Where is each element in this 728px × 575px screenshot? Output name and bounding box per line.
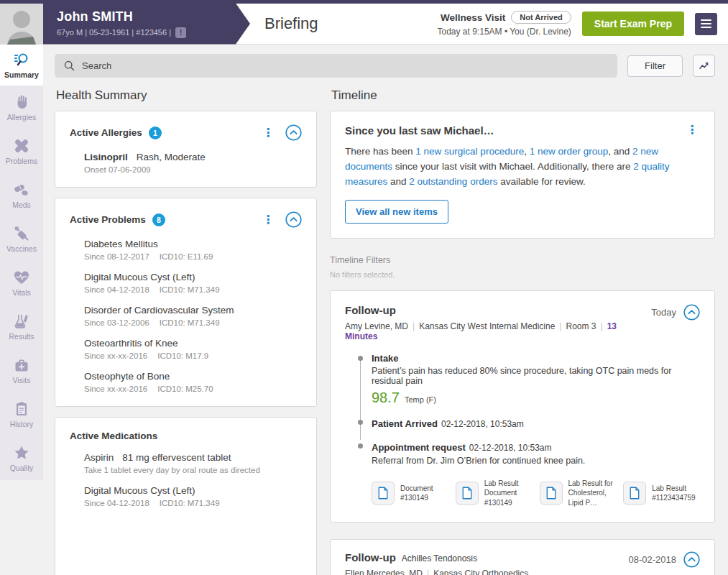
document-chip[interactable]: Lab Result#1123434759 (623, 479, 700, 508)
timeline-section: Timeline Since you last saw Michael… ⋮ T… (330, 83, 715, 575)
sidebar-item-problems[interactable]: Problems (0, 129, 43, 173)
allergies-card-title: Active Allergies (70, 127, 142, 138)
patient-meta-text: 67yo M | 05-23-1961 | #123456 | (57, 28, 171, 37)
allergies-list: LisinoprilRash, Moderate Onset 07-06-200… (70, 152, 302, 174)
allergy-item[interactable]: LisinoprilRash, Moderate Onset 07-06-200… (84, 152, 302, 174)
new-order-group-link[interactable]: 1 new order group (530, 146, 609, 157)
followup-date: Today (651, 307, 676, 318)
summary-search-icon (13, 51, 30, 68)
search-icon (63, 60, 75, 72)
lab-flask-icon (13, 313, 30, 330)
search-box[interactable] (55, 54, 617, 78)
followup-card-2: Follow-upAchilles Tendonosis Ellen Merce… (330, 539, 715, 575)
problems-count-badge: 8 (152, 213, 165, 226)
bandage-icon (13, 137, 30, 155)
kebab-menu-icon[interactable]: ⋮ (260, 214, 276, 226)
medications-card-title: Active Medications (70, 431, 157, 441)
main-content: Filter Health Summary Active Allergies 1 (43, 45, 728, 575)
event-patient-arrived[interactable]: Patient Arrived02-12-2018, 10:53am (372, 417, 700, 430)
sidebar: Summary Allergies Problems (0, 45, 43, 575)
collapse-followup-button[interactable] (683, 304, 700, 321)
event-intake[interactable]: Intake Patient’s pain has reduced 80% si… (372, 353, 700, 406)
followup-events: Intake Patient’s pain has reduced 80% si… (345, 353, 700, 466)
alert-icon[interactable]: ! (175, 27, 186, 38)
active-medications-card: Active Medications Aspirin81 mg efferves… (55, 417, 317, 575)
patient-meta: 67yo M | 05-23-1961 | #123456 | ! (57, 27, 229, 38)
medication-item[interactable]: Digital Mucous Cyst (Left) Since 04-12-2… (84, 485, 302, 507)
sidebar-item-visits[interactable]: Visits (0, 349, 43, 392)
document-icon (545, 487, 557, 500)
sidebar-item-meds[interactable]: Meds (0, 173, 43, 217)
start-exam-prep-button[interactable]: Start Exam Prep (582, 12, 684, 36)
page-title: Briefing (264, 14, 318, 33)
document-icon (461, 487, 473, 500)
followup-title: Follow-up (345, 304, 396, 316)
active-allergies-card: Active Allergies 1 ⋮ (55, 111, 317, 188)
health-summary-section: Health Summary Active Allergies 1 ⋮ (55, 83, 317, 575)
trend-line-icon (698, 60, 710, 72)
timeline-filters-label: Timeline Filters (330, 255, 715, 265)
since-last-visit-card: Since you last saw Michael… ⋮ There has … (330, 111, 715, 239)
chevron-up-circle-icon (285, 211, 302, 228)
visit-type: Wellness Visit (441, 12, 505, 23)
pills-icon (13, 181, 30, 198)
medication-item[interactable]: Aspirin81 mg effervescent tablet Take 1 … (84, 452, 302, 474)
collapse-problems-button[interactable] (285, 211, 302, 228)
problem-item[interactable]: Osteoarthritis of Knee Since xx-xx-2016I… (84, 338, 302, 360)
app-header: John SMITH 67yo M | 05-23-1961 | #123456… (0, 4, 728, 45)
temp-label: Temp (F) (405, 395, 436, 404)
timeline-title: Timeline (331, 88, 715, 103)
sidebar-item-vitals[interactable]: Vitals (0, 261, 43, 305)
filter-button[interactable]: Filter (627, 55, 683, 77)
temp-value: 98.7 (372, 390, 400, 406)
chevron-up-circle-icon (683, 304, 700, 321)
document-chips: Document #130149 Lab Result (372, 479, 700, 508)
document-chip[interactable]: Lab ResultDocument #130149 (456, 479, 533, 508)
problems-card-title: Active Problems (70, 214, 146, 225)
search-row: Filter (55, 45, 715, 79)
new-surgical-procedure-link[interactable]: 1 new surgical procedure (415, 146, 524, 157)
search-input[interactable] (82, 60, 609, 71)
document-chip[interactable]: Document #130149 (372, 479, 448, 508)
patient-name: John SMITH (57, 9, 229, 24)
chevron-up-circle-icon (285, 124, 302, 141)
patient-banner[interactable]: John SMITH 67yo M | 05-23-1961 | #123456… (43, 4, 250, 45)
problems-list: Diabetes Mellitus Since 08-12-2017ICD10:… (70, 239, 302, 393)
allergies-count-badge: 1 (149, 126, 162, 139)
sidebar-item-history[interactable]: History (0, 392, 43, 436)
doctor-bag-icon (13, 356, 30, 374)
sidebar-item-results[interactable]: Results (0, 305, 43, 349)
kebab-menu-icon[interactable]: ⋮ (260, 127, 276, 139)
star-icon (13, 444, 30, 461)
collapse-allergies-button[interactable] (285, 124, 302, 141)
sidebar-item-vaccines[interactable]: Vaccines (0, 217, 43, 261)
hamburger-menu-button[interactable] (695, 13, 717, 35)
chevron-up-circle-icon (683, 551, 700, 568)
followup-card-today: Follow-up Amy Levine, MD|Kansas City Wes… (330, 290, 715, 523)
kebab-menu-icon[interactable]: ⋮ (684, 124, 700, 136)
visit-status-badge: Not Arrived (511, 11, 571, 24)
view-all-new-items-button[interactable]: View all new items (345, 200, 448, 224)
outstanding-orders-link[interactable]: 2 outstanding orders (409, 176, 497, 187)
patient-avatar (0, 4, 43, 45)
sidebar-item-allergies[interactable]: Allergies (0, 86, 43, 129)
person-silhouette-icon (0, 4, 43, 45)
sidebar-item-quality[interactable]: Quality (0, 436, 43, 480)
problem-item[interactable]: Osteophyte of Bone Since xx-xx-2016ICD10… (84, 371, 302, 393)
allergy-hand-icon (13, 93, 30, 111)
medications-list: Aspirin81 mg effervescent tablet Take 1 … (70, 452, 302, 507)
heart-pulse-icon (13, 269, 30, 286)
problem-item[interactable]: Disorder of Cardiovascular System Since … (84, 305, 302, 327)
problem-item[interactable]: Diabetes Mellitus Since 08-12-2017ICD10:… (84, 239, 302, 261)
document-icon (629, 487, 640, 500)
trend-chart-button[interactable] (693, 55, 715, 77)
visit-info: Wellness Visit Not Arrived Today at 9:15… (438, 11, 571, 37)
document-chip[interactable]: Lab Result forCholesterol, Lipid P… (540, 479, 617, 508)
collapse-followup-button[interactable] (683, 551, 700, 568)
since-last-visit-title: Since you last saw Michael… (345, 124, 494, 137)
syringe-icon (13, 225, 30, 242)
clipboard-icon (13, 400, 30, 418)
event-appointment-request[interactable]: Appointment request02-12-2018, 10:53am R… (372, 441, 700, 466)
problem-item[interactable]: Digital Mucous Cyst (Left) Since 04-12-2… (84, 272, 302, 294)
sidebar-item-summary[interactable]: Summary (0, 45, 43, 86)
